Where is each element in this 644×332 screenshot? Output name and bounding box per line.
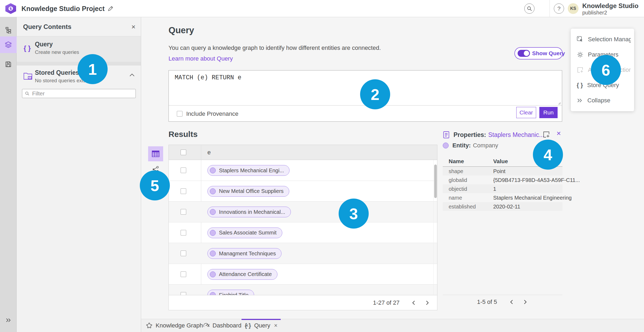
next-page-icon[interactable] <box>523 299 528 305</box>
properties-entity-link[interactable]: Staplers Mechanic... <box>488 131 544 139</box>
tab-knowledge-graph[interactable]: Knowledge Graph × <box>145 319 211 332</box>
sidebar-item-query[interactable]: { } Query Create new queries <box>17 36 141 62</box>
toggle-switch[interactable] <box>518 50 530 57</box>
run-button[interactable]: Run <box>539 107 558 118</box>
resize-grip[interactable] <box>557 101 561 105</box>
prev-page-icon[interactable] <box>411 300 416 305</box>
table-row[interactable]: Attendance Certificate <box>169 264 437 285</box>
add-to-selection-icon[interactable] <box>543 131 550 138</box>
row-checkbox[interactable] <box>181 188 186 194</box>
collapse-item[interactable]: Collapse <box>571 95 634 106</box>
entity-chip[interactable]: Firebird Title <box>207 290 254 295</box>
results-table-header: e <box>169 145 437 160</box>
filter-field <box>22 89 136 98</box>
chevron-up-icon[interactable] <box>129 73 135 77</box>
save-rail-button[interactable] <box>0 57 17 72</box>
layers-rail-button[interactable] <box>0 36 17 53</box>
tab-query[interactable]: { } Query × <box>244 319 279 332</box>
row-checkbox[interactable] <box>181 251 186 256</box>
editor-footer: Include Provenance <box>169 106 562 122</box>
learn-more-link[interactable]: Learn more about Query <box>169 55 233 62</box>
results-table: e Staplers Mechanical Engi... New Metal … <box>169 145 437 310</box>
close-icon[interactable]: × <box>131 23 136 31</box>
topbar-divider <box>550 0 550 17</box>
row-checkbox[interactable] <box>181 292 186 295</box>
selection-manager-icon <box>577 36 584 43</box>
braces-icon: { } <box>245 322 251 329</box>
table-view-button[interactable] <box>148 146 163 161</box>
annotation-badge-4: 4 <box>533 140 563 170</box>
expand-panel-icon[interactable] <box>0 313 17 328</box>
entity-chip[interactable]: Attendance Certificate <box>207 269 277 280</box>
table-row[interactable]: Innovations in Mechanical... <box>169 202 437 222</box>
property-row: established 2020-02-11 <box>443 202 562 211</box>
clear-button[interactable]: Clear <box>516 107 536 118</box>
entity-label: Entity: <box>452 142 471 149</box>
selection-manager-item[interactable]: Selection Manager <box>571 33 634 45</box>
link-chart-rail-button[interactable] <box>0 23 17 38</box>
page-title: Query <box>169 25 194 35</box>
entity-chip[interactable]: Sales Associate Summit <box>207 227 282 238</box>
row-checkbox[interactable] <box>181 167 186 173</box>
user-menu[interactable]: Knowledge Studio publisher2 <box>582 2 638 16</box>
avatar[interactable]: KS <box>568 3 579 14</box>
results-pagination: 1-27 of 27 <box>169 295 437 310</box>
left-icon-rail <box>0 17 17 332</box>
table-row[interactable]: Staplers Mechanical Engi... <box>169 160 437 181</box>
edit-title-icon[interactable] <box>107 5 114 12</box>
include-provenance-checkbox[interactable] <box>177 111 182 117</box>
results-scrollbar[interactable] <box>433 160 437 295</box>
scrollbar-thumb[interactable] <box>434 165 437 198</box>
table-row[interactable]: Firebird Title <box>169 285 437 295</box>
gear-icon <box>577 51 584 58</box>
prev-page-icon[interactable] <box>509 299 514 305</box>
entity-dot-icon <box>210 230 216 236</box>
dashboard-gauge-icon <box>203 322 209 329</box>
tab-dashboard[interactable]: Dashboard × <box>202 319 250 332</box>
query-item-subtitle: Create new queries <box>35 49 79 55</box>
entity-chip[interactable]: Staplers Mechanical Engi... <box>207 165 290 176</box>
table-row[interactable]: Managment Techniques <box>169 243 437 264</box>
main-content: Query You can query a knowledge graph to… <box>141 17 644 319</box>
question-icon: ? <box>557 5 561 12</box>
property-row: name Staplers Mechanical Engineering <box>443 193 562 202</box>
search-icon <box>25 91 30 96</box>
property-row: objectid 1 <box>443 184 562 193</box>
view-tab-bar: Knowledge Graph × Dashboard × { } Query … <box>141 319 644 332</box>
search-button[interactable] <box>524 3 535 14</box>
braces-icon: { } <box>577 82 583 89</box>
close-tab-icon[interactable]: × <box>274 322 277 329</box>
table-row[interactable]: New Metal Office Suppliers <box>169 181 437 202</box>
stored-queries-subtitle: No stored queries exist <box>35 78 87 84</box>
close-properties-icon[interactable]: × <box>557 129 561 138</box>
help-button[interactable]: ? <box>554 3 564 14</box>
entity-dot-icon <box>210 251 216 256</box>
annotation-badge-3: 3 <box>339 199 369 229</box>
entity-row: Entity: Company <box>443 142 498 149</box>
double-chevron-icon <box>577 97 583 104</box>
row-checkbox[interactable] <box>181 271 186 277</box>
entity-dot-icon <box>210 188 216 194</box>
filter-input[interactable] <box>32 90 133 97</box>
panel-title: Query Contents <box>23 17 71 36</box>
show-query-toggle[interactable]: Show Query <box>514 47 563 59</box>
entity-chip[interactable]: New Metal Office Suppliers <box>207 186 289 197</box>
entity-type-icon <box>443 143 449 148</box>
folder-icon <box>23 71 33 80</box>
select-all-checkbox[interactable] <box>181 150 186 155</box>
user-name: Knowledge Studio <box>582 2 638 10</box>
annotation-badge-2: 2 <box>360 79 390 109</box>
entity-dot-icon <box>210 292 216 295</box>
table-row[interactable]: Sales Associate Summit <box>169 222 437 243</box>
row-checkbox[interactable] <box>181 209 186 215</box>
property-row: globalid {5D9B4713-F98D-4A53-A59F-C11... <box>443 176 562 184</box>
entity-dot-icon <box>210 167 216 173</box>
knowledge-studio-app: Knowledge Studio Project ? KS Knowledge … <box>0 0 644 332</box>
entity-chip[interactable]: Innovations in Mechanical... <box>207 207 291 217</box>
row-checkbox[interactable] <box>181 230 186 236</box>
results-title: Results <box>169 130 197 139</box>
next-page-icon[interactable] <box>425 300 430 305</box>
entity-chip[interactable]: Managment Techniques <box>207 248 281 259</box>
results-rows: Staplers Mechanical Engi... New Metal Of… <box>169 160 437 295</box>
entity-type-value: Company <box>473 142 498 149</box>
